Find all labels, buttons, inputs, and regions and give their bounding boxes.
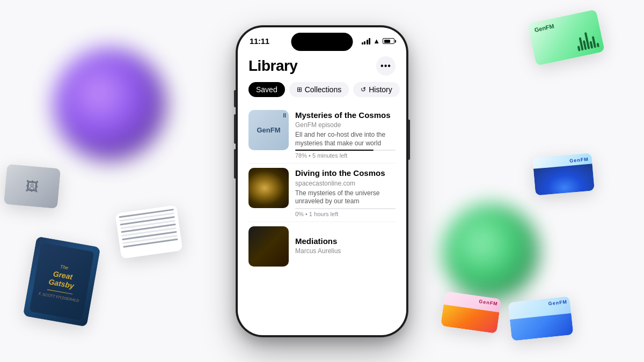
item-info-1: Mysteries of the Cosmos GenFM episode El… <box>295 110 396 159</box>
genfm-thumb-label: GenFM <box>257 126 280 134</box>
dynamic-island <box>291 33 353 51</box>
gatsby-subtitle: The <box>60 263 69 271</box>
signal-bar1 <box>362 42 363 45</box>
bar5 <box>589 41 593 49</box>
phone-body: 11:11 ▲ Libra <box>236 26 408 337</box>
item-source-3: Marcus Aurelius <box>295 247 396 255</box>
gatsby-divider <box>47 290 72 294</box>
volume-down-button <box>234 149 236 179</box>
mediations-thumb <box>248 226 289 267</box>
article-line1 <box>119 209 173 218</box>
library-header: Library ••• <box>248 51 396 82</box>
item-meta-1: 78% • 5 minutes left <box>295 152 396 159</box>
status-time: 11:11 <box>250 36 269 46</box>
battery-icon <box>383 38 394 44</box>
item-info-3: Mediations Marcus Aurelius <box>295 226 396 267</box>
article-line8 <box>122 235 177 244</box>
bar4 <box>584 32 590 49</box>
phone: 11:11 ▲ Libra <box>236 26 408 337</box>
bar2 <box>579 37 584 50</box>
more-options-button[interactable]: ••• <box>376 56 396 76</box>
item-thumb-3 <box>248 226 289 267</box>
mute-button <box>234 90 236 107</box>
item-meta-2: 0% • 1 hours left <box>295 211 396 217</box>
article-line6 <box>121 227 176 237</box>
tab-saved[interactable]: Saved <box>248 82 285 97</box>
green-orb <box>443 204 539 300</box>
genfm-thumb: II GenFM <box>248 110 289 150</box>
float-card-gatsby: The GreatGatsby F. SCOTT FITZGERALD <box>23 237 100 327</box>
item-desc-2: The mysteries of the universe unraveled … <box>295 189 396 206</box>
item-source-1: GenFM episode <box>295 121 396 129</box>
item-info-2: Diving into the Cosmos spacecastonline.c… <box>295 168 396 217</box>
collections-icon: ⊞ <box>297 86 302 93</box>
progress-bar-wrap-1 <box>295 150 396 151</box>
signal-bar4 <box>369 38 370 45</box>
gatsby-cover: The GreatGatsby F. SCOTT FITZGERALD <box>29 242 94 320</box>
genfm-rm-label: GenFM <box>569 157 589 164</box>
signal-bar2 <box>364 41 365 45</box>
galaxy-thumb <box>248 168 289 208</box>
item-title-3: Mediations <box>295 236 396 247</box>
tab-collections[interactable]: ⊞ Collections <box>289 82 349 97</box>
list-item[interactable]: Diving into the Cosmos spacecastonline.c… <box>248 164 396 222</box>
photo-content: 🖼 <box>4 164 61 209</box>
article-line7 <box>122 231 177 240</box>
genfm-br1-label: GenFM <box>479 299 499 307</box>
history-icon: ↺ <box>361 86 366 93</box>
float-card-photo: 🖼 <box>4 164 61 209</box>
bar3 <box>583 40 587 50</box>
signal-icon <box>362 38 371 45</box>
float-card-article <box>115 205 183 258</box>
br1-visual <box>441 305 500 334</box>
gatsby-author: F. SCOTT FITZGERALD <box>39 292 80 302</box>
float-card-genfm-blue: GenFM <box>532 153 595 195</box>
item-title-1: Mysteries of the Cosmos <box>295 110 396 121</box>
purple-orb <box>54 48 166 161</box>
article-line3 <box>120 216 174 225</box>
item-source-2: spacecastonline.com <box>295 180 396 187</box>
float-card-genfm-pink: GenFM <box>441 291 501 334</box>
page-title: Library <box>248 57 297 75</box>
article-line2 <box>119 212 174 221</box>
tab-saved-label: Saved <box>256 85 277 94</box>
phone-screen: 11:11 ▲ Libra <box>238 27 406 335</box>
power-button <box>408 120 410 160</box>
article-line5 <box>121 224 175 233</box>
filter-tabs: Saved ⊞ Collections ↺ History <box>248 82 396 97</box>
list-item[interactable]: II GenFM Mysteries of the Cosmos GenFM e… <box>248 106 396 164</box>
genfm-bars <box>575 28 599 51</box>
more-dots-icon: ••• <box>380 62 391 70</box>
wifi-icon: ▲ <box>373 37 380 45</box>
bar6 <box>592 36 596 48</box>
progress-bar-fill-1 <box>295 150 374 151</box>
bar7 <box>596 43 599 48</box>
tab-history[interactable]: ↺ History <box>353 82 400 97</box>
progress-bar-wrap-2 <box>295 208 396 209</box>
item-thumb-1: II GenFM <box>248 110 289 150</box>
status-icons: ▲ <box>362 37 394 45</box>
bar1 <box>577 46 581 51</box>
volume-up-button <box>234 114 236 144</box>
tab-history-label: History <box>369 85 392 94</box>
pause-icon: II <box>283 113 286 119</box>
earth-visual <box>533 164 595 195</box>
tab-collections-label: Collections <box>305 85 341 94</box>
genfm-br2-label: GenFM <box>548 299 567 307</box>
gatsby-main-title: GreatGatsby <box>48 269 76 291</box>
float-card-genfm-green: GenFM <box>528 9 605 65</box>
list-item[interactable]: Mediations Marcus Aurelius <box>248 222 396 271</box>
signal-bar3 <box>367 40 368 45</box>
item-desc-1: Ell and her co-host dive into the myster… <box>295 131 396 147</box>
battery-fill <box>384 40 391 43</box>
br2-visual <box>510 313 574 341</box>
item-thumb-2 <box>248 168 289 208</box>
screen-content: Library ••• Saved ⊞ Collections ↺ <box>238 51 406 335</box>
article-line9 <box>123 239 178 248</box>
item-title-2: Diving into the Cosmos <box>295 168 396 179</box>
float-card-genfm-blue2: GenFM <box>508 296 574 341</box>
genfm-tr-label: GenFM <box>534 14 593 33</box>
article-line4 <box>120 220 175 229</box>
